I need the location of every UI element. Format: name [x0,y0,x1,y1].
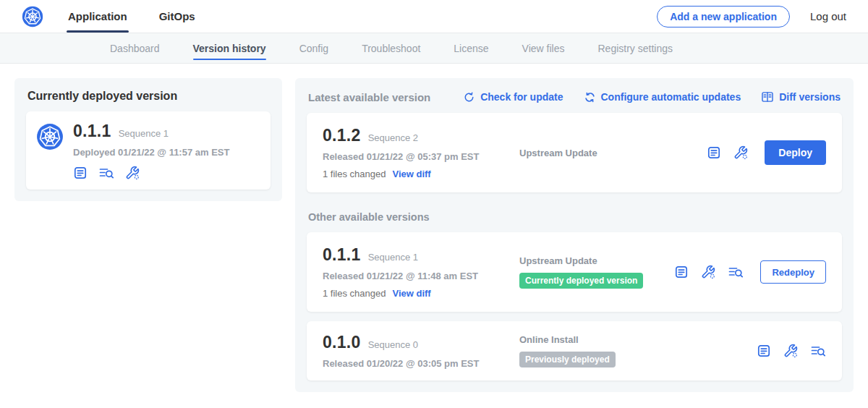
previously-deployed-badge: Previously deployed [519,352,616,367]
deployed-panel-title: Currently deployed version [27,90,271,103]
version-card-010: 0.1.0 Sequence 0 Released 01/20/22 @ 03:… [307,321,842,381]
check-for-update-link[interactable]: Check for update [463,90,563,103]
released-timestamp: Released 01/20/22 @ 03:05 pm EST [323,358,512,369]
diff-versions-link[interactable]: Diff versions [761,90,841,103]
edit-config-icon[interactable] [733,145,748,160]
version-source: Online Install Previously deployed [512,334,757,367]
edit-config-icon[interactable] [125,166,140,180]
version-card-011: 0.1.1 Sequence 1 Released 01/21/22 @ 11:… [307,232,842,312]
diff-versions-label: Diff versions [779,91,841,103]
version-source: Upstream Update Currently deployed versi… [512,255,674,289]
add-application-button[interactable]: Add a new application [657,6,790,27]
deployed-version-card: 0.1.1 Sequence 1 Deployed 01/21/22 @ 11:… [26,111,271,190]
edit-config-icon[interactable] [783,344,798,358]
version-info: 0.1.1 Sequence 1 Released 01/21/22 @ 11:… [323,245,512,299]
tab-application[interactable]: Application [68,0,127,33]
sequence-label: Sequence 2 [368,132,418,143]
subnav-item-dashboard[interactable]: Dashboard [110,33,160,63]
version-actions: Redeploy [674,260,826,284]
deployed-timestamp: Deployed 01/21/22 @ 11:57 am EST [73,147,229,158]
version-number: 0.1.1 [323,245,361,265]
files-changed-label: 1 files changed [323,169,386,179]
versions-header-links: Check for update Configure automatic upd… [463,90,841,103]
subnav-item-license[interactable]: License [454,33,488,63]
preflight-checks-icon[interactable] [810,344,826,358]
subnav-item-view-files[interactable]: View files [522,33,565,63]
sequence-label: Sequence 0 [368,339,418,350]
version-actions: Deploy [707,140,826,165]
version-number: 0.1.2 [323,126,361,145]
deployed-version-info: 0.1.1 Sequence 1 Deployed 01/21/22 @ 11:… [73,122,229,180]
tab-gitops[interactable]: GitOps [159,0,195,33]
files-changed-label: 1 files changed [323,288,386,299]
version-number: 0.1.0 [323,333,361,352]
subnav-item-version-history[interactable]: Version history [193,33,266,63]
currently-deployed-panel: Currently deployed version 0.1.1 Sequenc… [14,78,282,201]
configure-automatic-updates-label: Configure automatic updates [601,91,741,103]
release-notes-icon[interactable] [707,145,721,160]
preflight-checks-icon[interactable] [98,166,114,180]
released-timestamp: Released 01/21/22 @ 05:37 pm EST [323,151,512,162]
refresh-icon [463,91,475,103]
version-card-latest: 0.1.2 Sequence 2 Released 01/21/22 @ 05:… [307,113,842,192]
deploy-button[interactable]: Deploy [765,140,826,165]
deployed-actions [73,166,229,180]
version-info: 0.1.0 Sequence 0 Released 01/20/22 @ 03:… [323,333,512,369]
other-versions-title: Other available versions [308,211,841,223]
source-label: Upstream Update [519,148,707,158]
source-label: Upstream Update [519,255,674,266]
view-diff-link[interactable]: View diff [392,169,430,179]
diff-icon [761,90,774,103]
source-label: Online Install [519,334,757,345]
top-header: Application GitOps Add a new application… [0,0,868,33]
configure-automatic-updates-link[interactable]: Configure automatic updates [584,90,741,103]
logout-link[interactable]: Log out [810,10,846,22]
deployed-version-number: 0.1.1 [73,122,111,141]
version-actions [757,344,826,358]
app-subnav: Dashboard Version history Config Trouble… [0,33,868,64]
redeploy-button[interactable]: Redeploy [760,260,826,284]
edit-config-icon[interactable] [701,265,715,279]
release-notes-icon[interactable] [73,166,88,180]
subnav-item-troubleshoot[interactable]: Troubleshoot [362,33,420,63]
preflight-checks-icon[interactable] [728,265,744,279]
kubernetes-app-icon [36,123,64,150]
version-history-panel: Latest available version Check for updat… [295,78,854,392]
subnav-item-config[interactable]: Config [299,33,328,63]
kubernetes-logo-icon [22,6,43,27]
deployed-sequence-label: Sequence 1 [119,128,169,139]
currently-deployed-badge: Currently deployed version [519,273,643,289]
view-diff-link[interactable]: View diff [392,288,430,299]
subnav-item-registry-settings[interactable]: Registry settings [597,33,672,63]
versions-header: Latest available version Check for updat… [308,90,841,103]
sequence-label: Sequence 1 [368,252,418,263]
auto-update-icon [584,91,596,103]
latest-available-title: Latest available version [308,91,430,103]
release-notes-icon[interactable] [757,344,771,358]
main-content: Currently deployed version 0.1.1 Sequenc… [0,64,868,407]
version-source: Upstream Update [512,148,707,158]
released-timestamp: Released 01/21/22 @ 11:48 am EST [323,271,512,281]
check-for-update-label: Check for update [480,91,563,103]
release-notes-icon[interactable] [674,265,689,279]
top-tabs: Application GitOps [68,0,227,33]
version-info: 0.1.2 Sequence 2 Released 01/21/22 @ 05:… [323,126,512,179]
